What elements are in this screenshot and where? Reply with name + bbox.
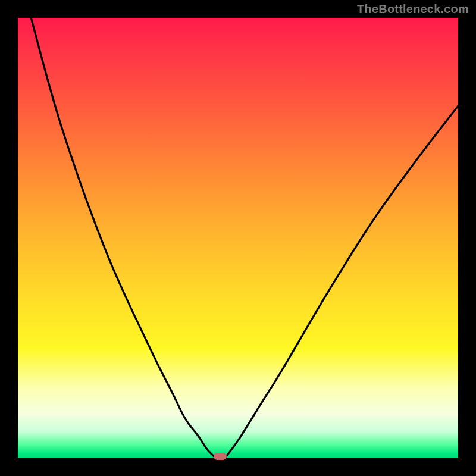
bottleneck-curve (18, 18, 458, 458)
watermark-text: TheBottleneck.com (357, 2, 469, 16)
optimal-marker (214, 453, 227, 460)
chart-frame: TheBottleneck.com (0, 0, 476, 476)
plot-area (18, 18, 458, 458)
